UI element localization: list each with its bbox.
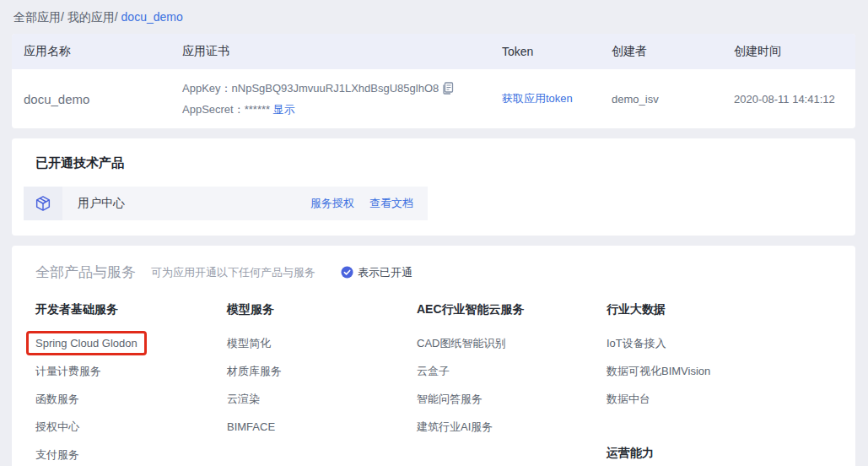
product-item-label: IoT设备接入 xyxy=(607,336,666,351)
product-item[interactable]: 计量计费服务 xyxy=(35,357,227,385)
product-item[interactable]: 云渲染 xyxy=(227,385,417,413)
breadcrumb: 全部应用/ 我的应用/ docu_demo xyxy=(0,0,868,34)
product-item-label: 支付服务 xyxy=(35,447,79,463)
service-auth-link[interactable]: 服务授权 xyxy=(310,196,354,211)
product-item[interactable]: 函数服务 xyxy=(35,385,227,413)
appsecret-label: AppSecret： xyxy=(182,103,245,116)
product-item-label: 计量计费服务 xyxy=(35,364,101,379)
cube-icon xyxy=(24,187,62,220)
all-products-title: 全部产品与服务 xyxy=(35,263,136,282)
legend-text: 表示已开通 xyxy=(358,265,412,280)
product-item-label: 智能问答服务 xyxy=(417,392,483,407)
product-column: 开发者基础服务Spring Cloud Glodon计量计费服务函数服务授权中心… xyxy=(35,297,227,466)
check-circle-icon xyxy=(341,266,353,279)
product-item-label: 函数服务 xyxy=(35,392,79,407)
product-item-label: 材质库服务 xyxy=(227,364,282,379)
product-item-label: 数据中台 xyxy=(607,392,650,407)
product-item[interactable]: IoT设备接入 xyxy=(607,329,855,357)
header-created-time: 创建时间 xyxy=(722,44,855,59)
table-row: docu_demo AppKey：nNpSgBQ93JmvuuRJ1LXhdBs… xyxy=(12,69,855,128)
app-table-header: 应用名称 应用证书 Token 创建者 创建时间 xyxy=(12,34,855,69)
opened-products-title: 已开通技术产品 xyxy=(12,138,855,171)
header-creator: 创建者 xyxy=(600,44,722,59)
product-grid: 开发者基础服务Spring Cloud Glodon计量计费服务函数服务授权中心… xyxy=(12,282,855,466)
product-item[interactable]: 智能问答服务 xyxy=(417,385,607,413)
product-category-header: 行业大数据 xyxy=(607,297,855,322)
breadcrumb-all-apps[interactable]: 全部应用/ xyxy=(13,10,64,24)
product-item[interactable]: 数据中台 xyxy=(607,385,855,413)
copy-icon[interactable] xyxy=(442,82,454,100)
product-item-label: BIMFACE xyxy=(227,420,275,433)
product-item[interactable]: 模型简化 xyxy=(227,329,417,357)
product-item[interactable]: 材质库服务 xyxy=(227,357,417,385)
product-column: 行业大数据IoT设备接入数据可视化BIMVision数据中台运营能力 xyxy=(607,297,855,466)
product-item[interactable]: BIMFACE xyxy=(227,413,417,441)
opened-products-card: 已开通技术产品 用户中心 服务授权 查看文档 xyxy=(12,138,855,236)
product-item-label: 云渲染 xyxy=(227,392,260,407)
header-app-cert: 应用证书 xyxy=(170,44,490,59)
opened-product-row: 用户中心 服务授权 查看文档 xyxy=(24,187,428,220)
product-item[interactable]: 支付服务 xyxy=(35,441,227,466)
appkey-value: nNpSgBQ93JmvuuRJ1LXhdBsgU85glhO8 xyxy=(232,82,439,95)
product-category-header: 开发者基础服务 xyxy=(35,297,227,322)
product-item[interactable]: CAD图纸智能识别 xyxy=(417,329,607,357)
product-column: AEC行业智能云服务CAD图纸智能识别云盒子智能问答服务建筑行业AI服务 xyxy=(417,297,607,466)
product-item[interactable]: 建筑行业AI服务 xyxy=(417,413,607,441)
product-item-label: 模型简化 xyxy=(227,336,271,351)
breadcrumb-current-app: docu_demo xyxy=(121,10,183,24)
created-time-value: 2020-08-11 14:41:12 xyxy=(722,93,855,106)
opened-product-name: 用户中心 xyxy=(78,196,125,211)
all-products-head: 全部产品与服务 可为应用开通以下任何产品与服务 表示已开通 xyxy=(12,246,855,282)
header-token: Token xyxy=(490,45,600,58)
product-category-header: 运营能力 xyxy=(607,441,855,466)
app-cert-cell: AppKey：nNpSgBQ93JmvuuRJ1LXhdBsgU85glhO8 … xyxy=(170,79,490,119)
product-item-label: 数据可视化BIMVision xyxy=(607,364,710,379)
opened-legend: 表示已开通 xyxy=(341,265,412,280)
product-item[interactable]: 数据可视化BIMVision xyxy=(607,357,855,385)
product-item-label-highlighted: Spring Cloud Glodon xyxy=(26,331,147,355)
product-category-header: AEC行业智能云服务 xyxy=(417,297,607,322)
product-item[interactable]: 授权中心 xyxy=(35,413,227,441)
product-column: 模型服务模型简化材质库服务云渲染BIMFACE xyxy=(227,297,417,466)
app-name: docu_demo xyxy=(12,92,170,106)
app-info-card: 应用名称 应用证书 Token 创建者 创建时间 docu_demo AppKe… xyxy=(12,34,855,128)
product-item-label: 授权中心 xyxy=(35,420,79,435)
creator-value: demo_isv xyxy=(600,93,722,106)
appkey-label: AppKey： xyxy=(182,82,232,95)
all-products-card: 全部产品与服务 可为应用开通以下任何产品与服务 表示已开通 开发者基础服务Spr… xyxy=(12,246,855,466)
appsecret-masked: ****** xyxy=(245,103,270,116)
product-item-label: 云盒子 xyxy=(417,364,450,379)
product-category-header: 模型服务 xyxy=(227,297,417,322)
breadcrumb-my-apps[interactable]: 我的应用/ xyxy=(67,10,118,24)
product-item[interactable]: 云盒子 xyxy=(417,357,607,385)
view-docs-link[interactable]: 查看文档 xyxy=(369,196,413,211)
product-item[interactable]: Spring Cloud Glodon xyxy=(35,329,227,357)
show-secret-link[interactable]: 显示 xyxy=(273,103,295,116)
all-products-subtitle: 可为应用开通以下任何产品与服务 xyxy=(151,265,315,280)
product-item-label: CAD图纸智能识别 xyxy=(417,336,505,351)
product-item-label: 建筑行业AI服务 xyxy=(417,420,493,435)
header-app-name: 应用名称 xyxy=(12,44,170,59)
get-token-link[interactable]: 获取应用token xyxy=(502,92,573,105)
